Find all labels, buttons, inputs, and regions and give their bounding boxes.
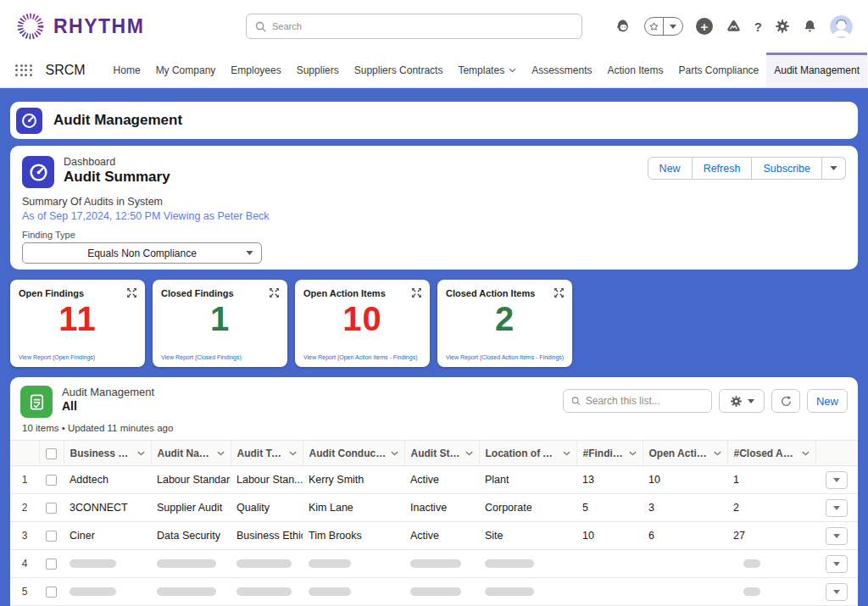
gear-icon (730, 395, 743, 408)
cell-audit-conducted: Kerry Smith (303, 466, 404, 494)
row-checkbox[interactable] (46, 559, 57, 570)
cell-findings: 10 (576, 522, 643, 550)
user-avatar[interactable] (830, 15, 853, 38)
column-audit-type[interactable]: Audit Type (231, 441, 303, 466)
dashboard-as-of-link[interactable]: As of Sep 17,2024, 12:50 PM Viewing as P… (22, 210, 846, 222)
skeleton-pill (236, 587, 292, 596)
column-open-action[interactable]: Open Action... (643, 441, 727, 466)
chevron-down-icon (802, 451, 810, 456)
skeleton-pill (485, 559, 534, 568)
favorites-pill[interactable] (644, 17, 683, 36)
row-actions-menu[interactable] (826, 471, 848, 489)
dashboard-description: Summary Of Audits in System (22, 196, 846, 208)
record-type-label: Dashboard (64, 156, 170, 168)
view-report-link[interactable]: View Report (Open Findings) (19, 354, 95, 360)
filter-label: Finding Type (22, 230, 846, 240)
dashboard-card: Dashboard Audit Summary New Refresh Subs… (10, 146, 858, 270)
skeleton-pill (157, 559, 216, 568)
view-report-link[interactable]: View Report (Open Action Items - Finding… (303, 354, 417, 360)
refresh-button[interactable]: Refresh (693, 157, 753, 180)
table-row: 1 Addtech Labour Standard Labour Stan...… (10, 466, 858, 494)
column-audit-status[interactable]: Audit Status (404, 441, 479, 466)
chevron-down-icon (217, 451, 225, 456)
finding-type-select[interactable]: Equals Non Compliance (22, 242, 262, 264)
row-checkbox[interactable] (46, 503, 57, 514)
cell-audit-conducted: Kim Lane (303, 494, 404, 522)
list-view-name[interactable]: All (62, 399, 154, 413)
chevron-down-icon (246, 251, 253, 255)
column-actions (815, 441, 858, 466)
einstein-icon[interactable] (615, 18, 632, 35)
column-location-of-audit[interactable]: Location of Audit (479, 441, 576, 466)
tab-templates[interactable]: Templates (450, 53, 524, 87)
column-closed-action[interactable]: #Closed Action... (727, 441, 815, 466)
tab-my-company[interactable]: My Company (148, 53, 224, 87)
refresh-icon (780, 395, 793, 408)
row-checkbox[interactable] (46, 531, 57, 542)
tab-assessments[interactable]: Assessments (524, 53, 599, 87)
view-report-link[interactable]: View Report (Closed Action Items - Findi… (446, 354, 564, 360)
table-row-loading: 4 (10, 550, 858, 578)
subscribe-button[interactable]: Subscribe (752, 157, 822, 180)
skeleton-pill (309, 587, 351, 596)
app-launcher-icon[interactable] (15, 64, 32, 76)
global-add-icon[interactable]: + (696, 18, 713, 35)
app-name: SRCM (46, 63, 86, 78)
column-findings[interactable]: #Findings (576, 441, 643, 466)
setup-gear-icon[interactable] (775, 19, 790, 34)
cell-audit-name: Supplier Audit (151, 494, 231, 522)
tab-suppliers[interactable]: Suppliers (289, 53, 347, 87)
favorite-star-icon[interactable] (645, 18, 664, 35)
expand-icon[interactable] (269, 287, 280, 298)
metric-card-closed-action-items: Closed Action Items 2 View Report (Close… (437, 280, 572, 367)
row-actions-menu[interactable] (826, 527, 848, 545)
list-refresh-button[interactable] (771, 389, 800, 413)
row-actions-menu[interactable] (826, 555, 848, 573)
guidance-icon[interactable] (726, 19, 742, 34)
tab-audit-management[interactable]: Audit Management (766, 53, 867, 87)
list-search-input[interactable] (586, 395, 704, 407)
expand-icon[interactable] (126, 287, 137, 298)
chevron-down-icon (289, 451, 297, 456)
chevron-down-icon (137, 451, 145, 456)
expand-icon[interactable] (554, 287, 565, 298)
list-settings-button[interactable] (719, 389, 765, 413)
row-actions-menu[interactable] (826, 583, 848, 601)
list-search[interactable] (563, 389, 712, 413)
global-search-input[interactable] (272, 21, 573, 31)
notifications-bell-icon[interactable] (803, 19, 817, 34)
tab-employees[interactable]: Employees (223, 53, 288, 87)
tab-home[interactable]: Home (106, 53, 148, 87)
cell-audit-type: Business Ethics (231, 522, 303, 550)
more-actions-dropdown[interactable] (822, 157, 846, 180)
expand-icon[interactable] (411, 287, 422, 298)
table-row: 3 Ciner Data Security Business Ethics Ti… (10, 522, 858, 550)
cell-audit-name: Labour Standard (151, 466, 231, 494)
select-all-checkbox[interactable] (39, 441, 64, 466)
row-checkbox[interactable] (46, 587, 57, 598)
dashboard-title: Audit Summary (64, 169, 170, 186)
row-checkbox[interactable] (46, 475, 57, 486)
list-new-button[interactable]: New (807, 389, 848, 413)
favorites-dropdown-icon[interactable] (663, 18, 682, 35)
column-business-name[interactable]: Business Name (64, 441, 151, 466)
skeleton-pill (743, 587, 760, 596)
help-icon[interactable]: ? (754, 19, 762, 34)
column-audit-name[interactable]: Audit Name (151, 441, 231, 466)
top-bar: RHYTHM + (0, 0, 868, 53)
chevron-down-icon (465, 451, 473, 456)
tab-action-items[interactable]: Action Items (600, 53, 671, 87)
list-controls: New (563, 389, 848, 413)
list-meta: 10 items • Updated 11 minutes ago (10, 418, 858, 440)
tab-parts-compliance[interactable]: Parts Compliance (671, 53, 767, 87)
new-button[interactable]: New (648, 157, 693, 180)
rhythm-logo-ring-icon (15, 11, 46, 42)
tab-suppliers-contracts[interactable]: Suppliers Contracts (347, 53, 451, 87)
view-report-link[interactable]: View Report (Closed Findings) (161, 354, 242, 360)
column-audit-conducted[interactable]: Audit Conducted... (303, 441, 404, 466)
cell-location: Corporate (479, 494, 576, 522)
page-content: Audit Management Dashboard Audit Summary… (0, 88, 868, 606)
global-search[interactable] (246, 14, 582, 39)
chevron-down-icon (563, 451, 570, 456)
row-actions-menu[interactable] (826, 499, 848, 517)
